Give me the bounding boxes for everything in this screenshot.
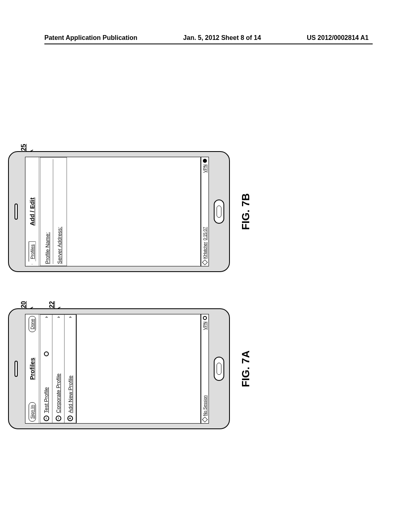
vpn-indicator-icon xyxy=(203,316,207,320)
nav-title-profiles: Profiles xyxy=(29,357,35,380)
nav-bar-a: Sign In Profiles Done xyxy=(25,314,39,423)
list-item[interactable]: – Corporate Profile › xyxy=(52,315,65,423)
add-icon[interactable]: + xyxy=(67,416,73,421)
page-header: Patent Application Publication Jan. 5, 2… xyxy=(0,34,413,42)
add-profile-label: Add New Profile xyxy=(67,376,73,413)
speaker-icon xyxy=(15,204,18,220)
header-center: Jan. 5, 2012 Sheet 8 of 14 xyxy=(183,34,261,42)
chevron-right-icon[interactable]: › xyxy=(56,316,61,318)
header-right: US 2012/0002814 A1 xyxy=(307,34,369,42)
header-left: Patent Application Publication xyxy=(44,34,138,42)
home-inner-icon xyxy=(217,363,221,375)
user-label: KHatcher xyxy=(203,242,207,259)
server-address-field[interactable]: Server Address: xyxy=(54,159,65,264)
vpn-indicator-icon xyxy=(203,159,207,163)
chevron-right-icon[interactable]: › xyxy=(67,316,73,318)
nav-bar-b: Profiles Add / Edit xyxy=(25,157,39,266)
profile-name-field[interactable]: Profile Name: xyxy=(42,159,53,264)
nav-title-addedit: Add / Edit xyxy=(29,197,35,226)
profile-name: Corporate Profile xyxy=(55,374,61,413)
list-item[interactable]: + Add New Profile › xyxy=(65,315,77,423)
selected-icon xyxy=(44,351,49,356)
gear-icon[interactable] xyxy=(202,260,208,265)
home-button[interactable] xyxy=(214,357,224,381)
status-bar-a: No Session VPN xyxy=(200,314,209,423)
profile-list: – Test Profile › – Corporate Profile › + xyxy=(40,314,77,423)
phone-a: Sign In Profiles Done – Test Profile › – xyxy=(8,308,230,429)
fig-label-7a: FIG. 7A xyxy=(240,351,252,387)
time-label: 0:15:07 xyxy=(203,227,207,240)
list-item[interactable]: – Test Profile › xyxy=(40,315,52,423)
vpn-label: VPN xyxy=(203,164,207,173)
screen-a: Sign In Profiles Done – Test Profile › – xyxy=(25,314,209,424)
gear-icon[interactable] xyxy=(202,417,208,422)
vpn-label: VPN xyxy=(203,322,207,330)
back-button[interactable]: Profiles xyxy=(29,241,36,264)
fig-7a: 120 122 Sign In Profiles Done – Test Pro… xyxy=(8,308,252,429)
header-rule xyxy=(44,44,373,44)
screen-b: Profiles Add / Edit Profile Name: Server… xyxy=(25,157,209,266)
home-button[interactable] xyxy=(214,200,224,224)
home-inner-icon xyxy=(217,206,221,218)
profile-name: Test Profile xyxy=(43,387,49,413)
delete-icon[interactable]: – xyxy=(56,416,61,421)
delete-icon[interactable]: – xyxy=(44,416,49,421)
fig-label-7b: FIG. 7B xyxy=(240,193,252,230)
speaker-icon xyxy=(15,361,18,377)
edit-form: Profile Name: Server Address: xyxy=(40,157,67,266)
status-bar-b: KHatcher 0:15:07 VPN xyxy=(200,157,209,266)
phone-b: Profiles Add / Edit Profile Name: Server… xyxy=(8,151,230,272)
done-button[interactable]: Done xyxy=(29,316,36,332)
signin-button[interactable]: Sign In xyxy=(29,402,36,422)
fig-7b: 125 Profiles Add / Edit Profile Name: Se… xyxy=(8,151,252,272)
figures-area: 120 122 Sign In Profiles Done – Test Pro… xyxy=(8,129,411,451)
session-label: No Session xyxy=(203,395,207,416)
chevron-right-icon[interactable]: › xyxy=(44,316,49,318)
